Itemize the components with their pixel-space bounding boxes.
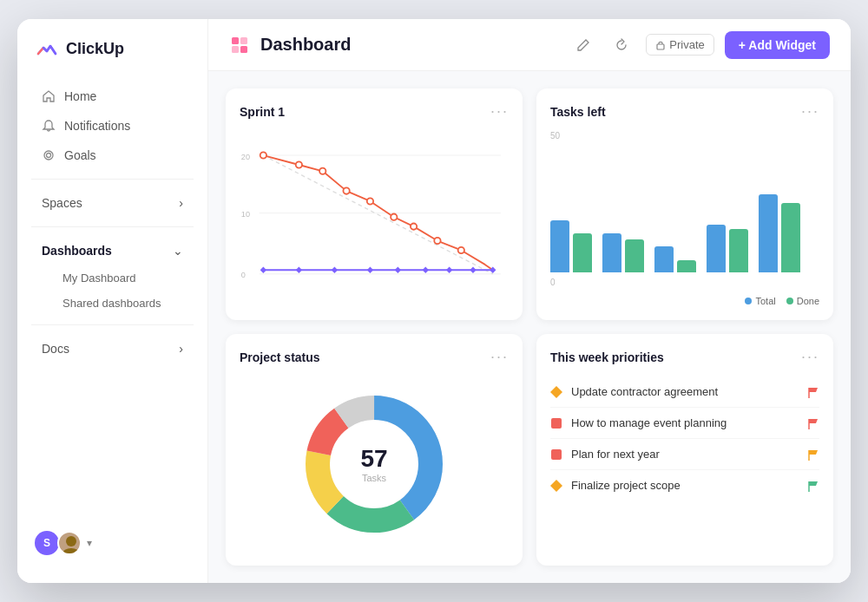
svg-marker-33 xyxy=(470,267,476,273)
priority-list: Update contractor agreement How to manag… xyxy=(550,376,819,552)
avatar-user[interactable] xyxy=(57,531,82,555)
svg-marker-26 xyxy=(260,267,266,273)
legend-done-dot xyxy=(786,298,793,304)
bar-done-1 xyxy=(573,233,592,272)
priorities-header: This week priorities ··· xyxy=(550,348,819,366)
svg-text:0: 0 xyxy=(241,271,246,279)
app-name: ClickUp xyxy=(66,40,124,58)
svg-rect-45 xyxy=(551,449,562,460)
avatar-s[interactable]: S xyxy=(35,531,59,555)
svg-line-15 xyxy=(263,155,492,274)
edit-icon-btn[interactable] xyxy=(569,31,597,59)
svg-marker-32 xyxy=(446,267,452,273)
legend-total: Total xyxy=(745,296,775,306)
priority-item-2: How to manage event planning xyxy=(550,408,819,439)
sprint-widget: Sprint 1 ··· 20 10 0 xyxy=(226,88,523,320)
sidebar-divider-3 xyxy=(31,324,194,325)
sidebar-item-shared-dashboards[interactable]: Shared dashboards xyxy=(24,291,201,316)
svg-text:10: 10 xyxy=(241,210,250,219)
sidebar-item-notifications[interactable]: Notifications xyxy=(24,111,201,141)
home-icon xyxy=(42,89,56,103)
sidebar-item-docs[interactable]: Docs › xyxy=(24,334,201,363)
legend-done: Done xyxy=(786,296,819,306)
sidebar: ClickUp Home Notifications xyxy=(17,19,208,583)
dashboards-chevron-icon: ⌄ xyxy=(173,244,183,258)
tasks-left-widget: Tasks left ··· 50 xyxy=(536,88,833,320)
svg-marker-27 xyxy=(296,267,302,273)
donut-chart-container: 57 Tasks xyxy=(240,376,509,552)
refresh-icon-btn[interactable] xyxy=(608,31,635,59)
refresh-icon xyxy=(615,38,628,52)
svg-marker-29 xyxy=(367,267,373,273)
bar-done-4 xyxy=(729,229,748,272)
svg-marker-28 xyxy=(332,267,338,273)
svg-marker-30 xyxy=(395,267,401,273)
priorities-menu-button[interactable]: ··· xyxy=(801,348,819,366)
sprint-chart-svg: 20 10 0 xyxy=(240,131,509,306)
svg-point-21 xyxy=(391,214,397,220)
priorities-title: This week priorities xyxy=(550,350,664,364)
bar-group-4 xyxy=(707,225,748,272)
dashboard-icon xyxy=(229,35,250,56)
docs-label: Docs xyxy=(42,342,69,356)
svg-point-18 xyxy=(319,168,326,174)
svg-rect-7 xyxy=(240,46,247,53)
sidebar-item-spaces[interactable]: Spaces › xyxy=(24,188,201,218)
notifications-label: Notifications xyxy=(64,119,130,133)
bell-icon xyxy=(42,119,56,133)
priorities-widget: This week priorities ··· Update contract… xyxy=(536,334,833,566)
tasks-left-menu-button[interactable]: ··· xyxy=(801,102,819,121)
priority-text-4: Finalize project scope xyxy=(571,479,799,492)
bar-group-1 xyxy=(550,220,592,272)
spaces-label: Spaces xyxy=(42,196,82,210)
svg-point-23 xyxy=(434,238,440,244)
sidebar-item-my-dashboard[interactable]: My Dashboard xyxy=(24,265,201,291)
bar-total-1 xyxy=(550,220,569,272)
project-status-header: Project status ··· xyxy=(240,348,509,366)
project-status-menu-button[interactable]: ··· xyxy=(490,348,509,366)
svg-point-16 xyxy=(260,152,266,158)
avatar-s-label: S xyxy=(43,537,50,549)
clickup-logo-icon xyxy=(35,36,59,61)
sprint-widget-header: Sprint 1 ··· xyxy=(240,102,509,121)
sprint-menu-button[interactable]: ··· xyxy=(490,102,509,121)
priority-flag-4 xyxy=(807,480,819,492)
svg-point-1 xyxy=(47,154,51,158)
logo[interactable]: ClickUp xyxy=(17,36,207,82)
sprint-widget-title: Sprint 1 xyxy=(240,105,285,119)
legend-total-label: Total xyxy=(755,296,775,306)
legend-total-dot xyxy=(745,298,752,304)
svg-rect-6 xyxy=(232,46,239,53)
svg-point-19 xyxy=(343,187,349,193)
svg-point-0 xyxy=(44,151,53,160)
edit-icon xyxy=(576,38,590,52)
user-chevron-icon[interactable]: ▾ xyxy=(87,537,92,549)
bar-chart-legend: Total Done xyxy=(550,296,819,306)
sidebar-item-home[interactable]: Home xyxy=(24,82,201,111)
donut-center-label: 57 Tasks xyxy=(360,445,387,483)
add-widget-button[interactable]: + Add Widget xyxy=(725,31,830,59)
bar-done-2 xyxy=(625,239,644,272)
svg-rect-5 xyxy=(240,37,247,44)
svg-point-17 xyxy=(296,161,302,167)
sidebar-item-goals[interactable]: Goals xyxy=(24,141,201,170)
tasks-left-header: Tasks left ··· xyxy=(550,102,819,121)
svg-rect-8 xyxy=(657,44,664,49)
sidebar-navigation: Home Notifications Goals Spaces › xyxy=(17,82,207,520)
bar-total-5 xyxy=(759,194,778,272)
topbar: Dashboard Private + Add Wi xyxy=(208,19,851,71)
sidebar-divider-1 xyxy=(31,179,194,180)
bar-group-3 xyxy=(654,246,696,272)
my-dashboard-label: My Dashboard xyxy=(62,272,136,285)
private-badge[interactable]: Private xyxy=(646,34,713,56)
lock-icon xyxy=(655,40,666,50)
priority-text-2: How to manage event planning xyxy=(571,416,799,429)
page-title: Dashboard xyxy=(260,35,559,55)
bar-group-2 xyxy=(602,233,644,272)
svg-point-20 xyxy=(367,198,373,204)
shared-dashboards-label: Shared dashboards xyxy=(62,297,161,310)
priority-icon-1 xyxy=(550,386,562,398)
svg-point-2 xyxy=(66,536,76,546)
priority-flag-2 xyxy=(807,417,819,429)
sidebar-item-dashboards[interactable]: Dashboards ⌄ xyxy=(24,236,201,265)
